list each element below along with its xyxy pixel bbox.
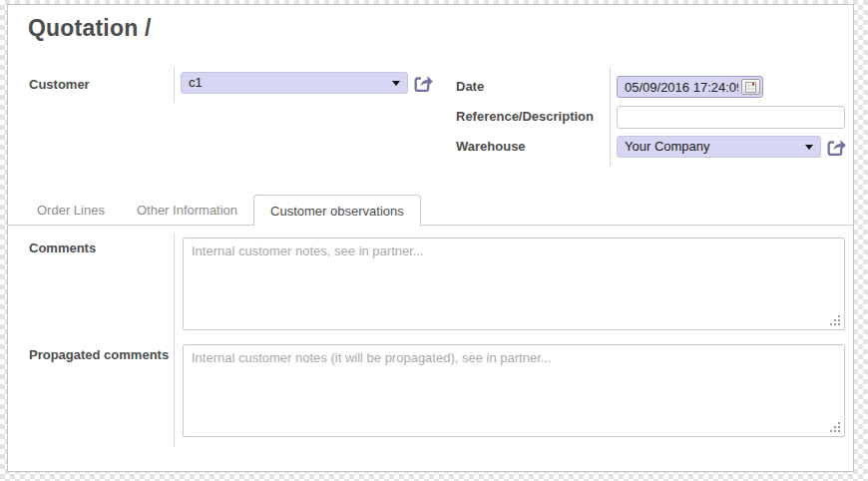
reference-input[interactable] — [617, 106, 845, 129]
chevron-down-icon — [805, 145, 813, 150]
calendar-icon[interactable] — [741, 79, 760, 95]
propagated-comments-label: Propagated comments — [29, 347, 169, 362]
tab-customer-observations[interactable]: Customer observations — [253, 195, 421, 226]
propagated-comments-textarea[interactable] — [183, 344, 845, 437]
reference-label: Reference/Description — [456, 109, 594, 124]
warehouse-label: Warehouse — [456, 139, 526, 154]
tab-other-information[interactable]: Other Information — [121, 195, 253, 225]
tab-content-separator — [174, 234, 175, 447]
chevron-down-icon — [392, 81, 400, 86]
date-field — [617, 76, 763, 98]
resize-grip-icon — [838, 323, 840, 325]
warehouse-dropdown[interactable]: Your Company — [617, 136, 821, 158]
warehouse-external-link-icon[interactable] — [825, 136, 847, 158]
date-label: Date — [456, 79, 484, 94]
right-group-separator — [610, 67, 611, 166]
customer-value: c1 — [189, 75, 203, 90]
page-title: Quotation / — [28, 15, 152, 42]
resize-grip-icon — [838, 430, 840, 432]
tab-order-lines[interactable]: Order Lines — [21, 195, 121, 225]
warehouse-value: Your Company — [625, 139, 710, 154]
customer-external-link-icon[interactable] — [412, 72, 434, 94]
screenshot-root: Quotation / Customer c1 Date — [0, 0, 868, 481]
left-group-separator — [174, 67, 175, 103]
notebook-tab-bar: Order Lines Other Information Customer o… — [8, 195, 853, 226]
customer-label: Customer — [29, 77, 90, 92]
comments-label: Comments — [29, 240, 96, 255]
comments-textarea[interactable] — [183, 238, 845, 330]
customer-dropdown[interactable]: c1 — [181, 72, 408, 94]
quotation-form-sheet: Quotation / Customer c1 Date — [7, 4, 854, 472]
